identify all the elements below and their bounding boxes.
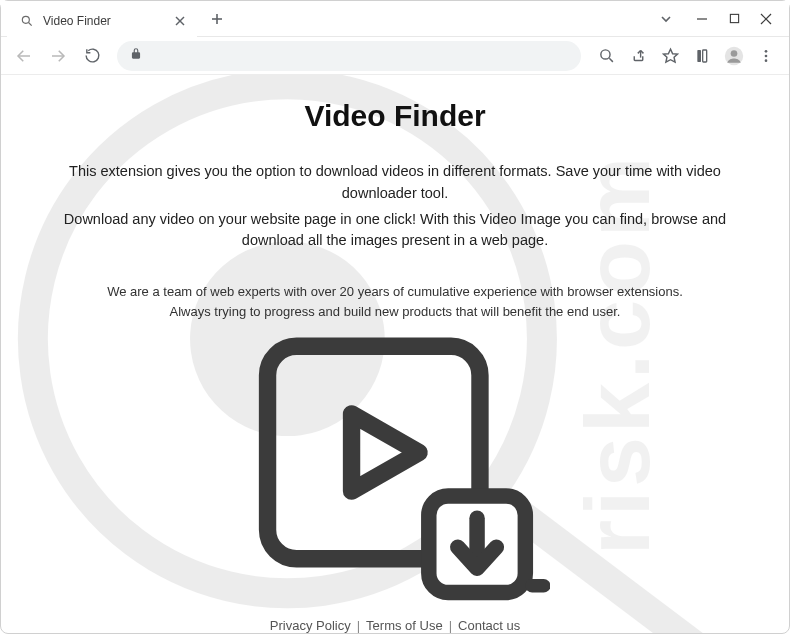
reload-button[interactable]: [77, 41, 107, 71]
tab-title: Video Finder: [43, 14, 165, 28]
svg-rect-15: [697, 50, 701, 62]
separator: |: [355, 618, 362, 633]
menu-icon[interactable]: [751, 41, 781, 71]
maximize-button[interactable]: [727, 12, 741, 26]
svg-point-20: [765, 54, 768, 57]
about-line-1: We are a team of web experts with over 2…: [41, 282, 749, 302]
tab-favicon-icon: [19, 13, 35, 29]
svg-line-13: [609, 58, 613, 62]
tab-close-icon[interactable]: [173, 14, 187, 28]
separator: |: [447, 618, 454, 633]
window-controls: [679, 12, 789, 26]
contact-link[interactable]: Contact us: [458, 618, 520, 633]
tabs-dropdown-icon[interactable]: [659, 12, 673, 26]
close-window-button[interactable]: [759, 12, 773, 26]
profile-icon[interactable]: [719, 41, 749, 71]
browser-window: Video Finder: [0, 0, 790, 634]
svg-rect-16: [703, 50, 707, 62]
terms-link[interactable]: Terms of Use: [366, 618, 443, 633]
share-icon[interactable]: [623, 41, 653, 71]
about-line-2: Always trying to progress and build new …: [41, 302, 749, 322]
browser-tab[interactable]: Video Finder: [7, 5, 197, 37]
svg-point-21: [765, 59, 768, 62]
hero-illustration: [41, 327, 749, 607]
svg-point-19: [765, 50, 768, 53]
titlebar: Video Finder: [1, 1, 789, 37]
address-bar[interactable]: [117, 41, 581, 71]
footer-links: Privacy Policy | Terms of Use | Contact …: [41, 607, 749, 633]
svg-line-1: [29, 22, 32, 25]
lock-icon: [129, 47, 143, 65]
new-tab-button[interactable]: [203, 5, 231, 33]
bookmark-icon[interactable]: [655, 41, 685, 71]
svg-point-18: [731, 50, 738, 57]
svg-rect-7: [730, 14, 738, 22]
page-content: risk.com Video Finder This extension giv…: [1, 75, 789, 633]
svg-point-0: [22, 16, 29, 23]
svg-point-12: [600, 50, 609, 59]
privacy-link[interactable]: Privacy Policy: [270, 618, 351, 633]
svg-marker-14: [663, 49, 677, 62]
forward-button[interactable]: [43, 41, 73, 71]
page-title: Video Finder: [41, 99, 749, 133]
description-line-2: Download any video on your website page …: [41, 209, 749, 253]
description-line-1: This extension gives you the option to d…: [41, 161, 749, 205]
toolbar: [1, 37, 789, 75]
minimize-button[interactable]: [695, 12, 709, 26]
search-icon[interactable]: [591, 41, 621, 71]
back-button[interactable]: [9, 41, 39, 71]
reading-list-icon[interactable]: [687, 41, 717, 71]
